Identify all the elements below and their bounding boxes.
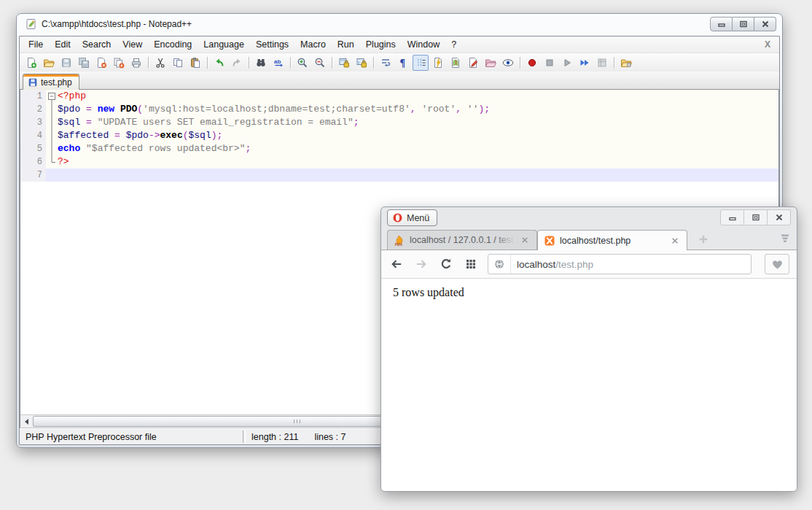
site-badge[interactable] bbox=[488, 255, 511, 274]
code-line-1[interactable]: 1<?php bbox=[20, 90, 778, 103]
find-button[interactable] bbox=[253, 55, 269, 71]
code-line-5[interactable]: 5echo "$affected rows updated<br>"; bbox=[20, 142, 778, 155]
open-file-button[interactable] bbox=[41, 55, 57, 71]
browser-page[interactable]: 5 rows updated bbox=[381, 279, 797, 491]
line-number: 4 bbox=[20, 129, 46, 142]
menu-item-edit[interactable]: Edit bbox=[49, 36, 77, 53]
code-line-2[interactable]: 2$pdo = new PDO('mysql:host=localhost;db… bbox=[20, 103, 778, 116]
run-macro-multiple-button[interactable] bbox=[577, 55, 593, 71]
menu-item-file[interactable]: File bbox=[23, 36, 49, 53]
notepad-menubar: FileEditSearchViewEncodingLanguageSettin… bbox=[20, 36, 779, 53]
status-doc-type: PHP Hypertext Preprocessor file bbox=[20, 432, 243, 442]
notepad-titlebar[interactable]: C:\xampp\htdocs\test.php - Notepad++ bbox=[17, 14, 782, 34]
fold-margin bbox=[46, 129, 58, 142]
close-button[interactable] bbox=[768, 209, 791, 225]
code-text: $sql = "UPDATE users SET email_registrat… bbox=[58, 116, 778, 129]
back-button[interactable] bbox=[389, 256, 405, 272]
restore-button[interactable] bbox=[744, 209, 768, 225]
code-text: <?php bbox=[58, 90, 778, 103]
menu-item-plugins[interactable]: Plugins bbox=[360, 36, 402, 53]
scroll-left-button[interactable] bbox=[20, 415, 33, 428]
menu-item-view[interactable]: View bbox=[117, 36, 148, 53]
code-line-3[interactable]: 3$sql = "UPDATE users SET email_registra… bbox=[20, 116, 778, 129]
close-tab-button[interactable] bbox=[519, 234, 531, 246]
opera-menu-button[interactable]: Menü bbox=[387, 209, 437, 226]
toolbar-separator bbox=[249, 57, 249, 69]
new-file-icon bbox=[26, 57, 37, 69]
menu-item-search[interactable]: Search bbox=[77, 36, 117, 53]
minimize-button[interactable] bbox=[710, 17, 733, 31]
new-file-button[interactable] bbox=[23, 55, 39, 71]
menu-item-settings[interactable]: Settings bbox=[250, 36, 294, 53]
sync-horizontal-scrolling-button[interactable] bbox=[354, 55, 370, 71]
reload-button[interactable] bbox=[438, 256, 454, 272]
word-wrap-button[interactable] bbox=[378, 55, 394, 71]
close-tab-button[interactable] bbox=[669, 235, 681, 247]
window-title: C:\xampp\htdocs\test.php - Notepad++ bbox=[42, 19, 710, 29]
fold-collapse-icon[interactable] bbox=[46, 90, 58, 103]
sync-vertical-scrolling-button[interactable] bbox=[336, 55, 352, 71]
undo-button[interactable] bbox=[211, 55, 227, 71]
tab-label: test.php bbox=[41, 77, 72, 88]
view-document-button[interactable] bbox=[500, 55, 516, 71]
browser-tab-1[interactable]: PMAlocalhost / 127.0.0.1 / test bbox=[387, 230, 537, 250]
new-tab-button[interactable] bbox=[698, 233, 709, 245]
indent-guide-button[interactable] bbox=[413, 55, 429, 71]
copy-button[interactable] bbox=[170, 55, 186, 71]
code-text: echo "$affected rows updated<br>"; bbox=[58, 142, 778, 155]
zoom-in-button[interactable] bbox=[294, 55, 311, 71]
menu-item-window[interactable]: Window bbox=[402, 36, 445, 53]
opera-titlebar[interactable]: Menü bbox=[381, 207, 797, 228]
plugins-folder-icon bbox=[620, 57, 632, 69]
close-file-button[interactable] bbox=[93, 55, 109, 71]
save-all-button[interactable] bbox=[76, 55, 92, 71]
save-all-icon bbox=[78, 57, 90, 69]
forward-button[interactable] bbox=[413, 256, 429, 272]
redo-button[interactable] bbox=[229, 55, 245, 71]
bookmark-heart-button[interactable] bbox=[765, 254, 789, 274]
code-line-4[interactable]: 4$affected = $pdo->exec($sql); bbox=[20, 129, 778, 142]
restore-button[interactable] bbox=[733, 17, 754, 31]
zoom-in-icon bbox=[297, 57, 308, 69]
code-line-7[interactable]: 7 bbox=[20, 169, 778, 182]
close-all-icon bbox=[113, 57, 125, 69]
browser-tab-2[interactable]: localhost/test.php bbox=[537, 230, 687, 250]
menu-item-run[interactable]: Run bbox=[332, 36, 360, 53]
close-button[interactable] bbox=[754, 17, 776, 31]
document-switcher-button[interactable] bbox=[465, 55, 481, 71]
record-macro-button[interactable] bbox=[524, 55, 540, 71]
code-text bbox=[58, 169, 778, 182]
folder-as-workspace-button[interactable] bbox=[483, 55, 499, 71]
play-macro-button[interactable] bbox=[559, 55, 575, 71]
show-all-characters-button[interactable]: ¶ bbox=[395, 55, 411, 71]
line-number: 7 bbox=[20, 169, 46, 182]
save-macro-button[interactable] bbox=[594, 55, 610, 71]
menu-item-language[interactable]: Language bbox=[198, 36, 250, 53]
print-button[interactable] bbox=[128, 55, 144, 71]
save-button[interactable] bbox=[58, 55, 74, 71]
address-url[interactable]: localhost/test.php bbox=[511, 259, 593, 270]
tab-menu-button[interactable] bbox=[779, 232, 791, 244]
zoom-out-button[interactable] bbox=[312, 55, 328, 71]
speed-dial-button[interactable] bbox=[463, 256, 479, 272]
menu-close-document-button[interactable]: X bbox=[756, 39, 779, 50]
stop-macro-button[interactable] bbox=[542, 55, 558, 71]
close-all-button[interactable] bbox=[111, 55, 127, 71]
toolbar-separator bbox=[207, 57, 208, 69]
address-bar[interactable]: localhost/test.php bbox=[488, 254, 752, 274]
function-list-button[interactable] bbox=[430, 55, 446, 71]
tab-test-php[interactable]: test.php bbox=[23, 74, 79, 90]
replace-button[interactable]: ab bbox=[270, 55, 286, 71]
cut-button[interactable] bbox=[152, 55, 168, 71]
toolbar-separator bbox=[520, 57, 520, 69]
tab-label: localhost/test.php bbox=[560, 236, 665, 246]
menu-item-encoding[interactable]: Encoding bbox=[148, 36, 198, 53]
plugins-folder-button[interactable] bbox=[618, 55, 634, 71]
code-line-6[interactable]: 6?> bbox=[20, 155, 778, 169]
minimize-button[interactable] bbox=[720, 209, 744, 225]
cut-icon bbox=[155, 57, 166, 69]
menu-item-macro[interactable]: Macro bbox=[294, 36, 332, 53]
paste-button[interactable] bbox=[187, 55, 203, 71]
menu-item-help[interactable]: ? bbox=[445, 36, 462, 53]
document-map-button[interactable] bbox=[448, 55, 464, 71]
